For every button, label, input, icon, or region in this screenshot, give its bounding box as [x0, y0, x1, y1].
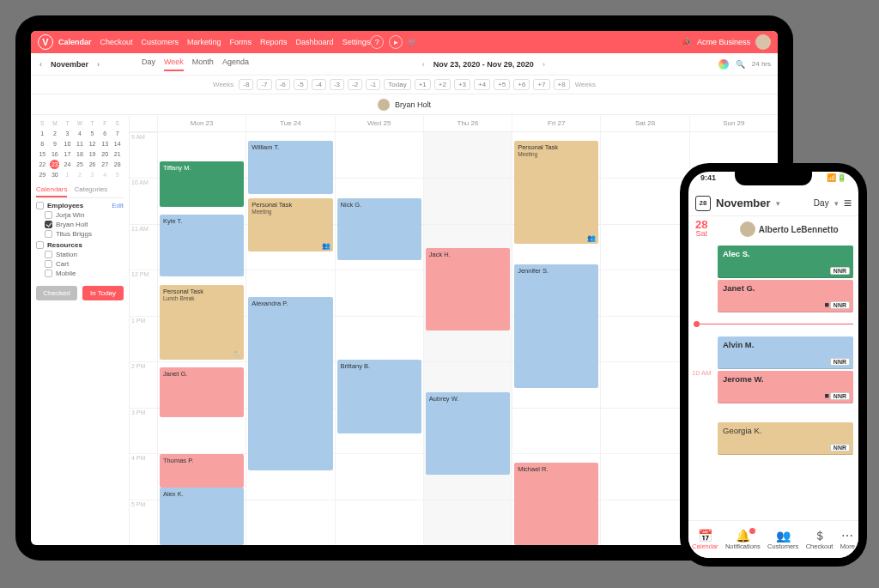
calendar-event[interactable]: Jennifer S.: [514, 264, 598, 388]
nav-dashboard[interactable]: Dashboard: [296, 38, 334, 46]
resource-item[interactable]: Mobile: [45, 270, 124, 277]
minical-day[interactable]: 23: [50, 160, 59, 169]
nav-forms[interactable]: Forms: [230, 38, 252, 46]
employees-checkbox[interactable]: [36, 202, 44, 209]
minical-day[interactable]: 6: [99, 129, 112, 139]
minical-day[interactable]: 13: [99, 139, 112, 149]
week-7[interactable]: -7: [257, 79, 271, 90]
hours-toggle[interactable]: 24 hrs: [752, 60, 771, 68]
view-month[interactable]: Month: [192, 58, 214, 71]
sbtab-calendars[interactable]: Calendars: [36, 185, 67, 197]
month-label[interactable]: November: [51, 60, 88, 69]
app-logo[interactable]: V: [38, 34, 53, 50]
day-column[interactable]: Tiffany M.Kyle T.Personal TaskLunch Brea…: [157, 132, 246, 545]
week-6[interactable]: -6: [276, 79, 290, 90]
phone-event[interactable]: Jerome W.■NNR: [718, 371, 853, 403]
calendar-event[interactable]: Jack H.: [426, 248, 510, 330]
month-prev[interactable]: ‹: [38, 58, 44, 70]
minical-day[interactable]: 2: [49, 129, 62, 139]
calendar-event[interactable]: Kyle T.: [160, 215, 244, 276]
employee-item[interactable]: Bryan Holt: [45, 221, 124, 228]
minical-day[interactable]: 2: [74, 170, 87, 180]
nav-checkout[interactable]: Checkout: [100, 38, 133, 46]
phone-event[interactable]: Alvin M.NNR: [718, 336, 853, 369]
color-filter-icon[interactable]: [718, 59, 729, 70]
phone-event-list[interactable]: 10 AMAlec S.NNRJanet G.■NNRAlvin M.NNRJe…: [688, 242, 858, 520]
calendar-event[interactable]: Janet G.: [160, 367, 244, 417]
week-5[interactable]: -5: [294, 79, 308, 90]
minical-day[interactable]: 16: [49, 149, 62, 160]
nav-settings[interactable]: Settings: [343, 38, 371, 46]
day-column[interactable]: [600, 132, 688, 545]
minical-day[interactable]: 28: [111, 160, 124, 170]
calendar-event[interactable]: Michael R.: [514, 463, 598, 545]
employee-item[interactable]: Jorja Win: [45, 211, 124, 219]
range-prev[interactable]: ‹: [422, 60, 425, 69]
minical-day[interactable]: 8: [36, 139, 49, 149]
play-icon[interactable]: ▸: [389, 35, 403, 49]
calendar-event[interactable]: Alex K.: [160, 488, 244, 545]
calendar-event[interactable]: Personal TaskMeeting👥: [248, 198, 332, 252]
resource-item[interactable]: Station: [45, 251, 124, 258]
view-day[interactable]: Day: [142, 58, 155, 71]
phone-event[interactable]: Georgia K.NNR: [718, 422, 853, 455]
sbtab-categories[interactable]: Categories: [74, 185, 107, 197]
phone-tab-customers[interactable]: 👥Customers: [767, 530, 798, 550]
calendar-event[interactable]: William T.: [248, 141, 332, 195]
calendar-event[interactable]: Aubrey W.: [426, 392, 510, 475]
week+1[interactable]: +1: [415, 79, 431, 90]
minical-day[interactable]: 18: [74, 149, 87, 160]
minical-day[interactable]: 30: [49, 170, 62, 180]
minical-day[interactable]: 20: [99, 149, 112, 160]
range-next[interactable]: ›: [543, 60, 545, 69]
day-column[interactable]: William T.Personal TaskMeeting👥Alexandra…: [246, 132, 334, 545]
resources-checkbox[interactable]: [36, 241, 44, 249]
checked-button[interactable]: Checked: [36, 286, 77, 300]
calendar-event[interactable]: Tiffany M.: [160, 161, 244, 207]
phone-date[interactable]: 28 Sat: [695, 221, 707, 238]
checkbox[interactable]: [45, 221, 52, 228]
week+6[interactable]: +6: [513, 79, 530, 90]
week+4[interactable]: +4: [474, 79, 490, 90]
week-8[interactable]: -8: [239, 79, 253, 90]
employee-item[interactable]: Titus Briggs: [45, 230, 124, 238]
minical-day[interactable]: 26: [86, 160, 99, 170]
search-icon[interactable]: 🔍: [736, 60, 745, 69]
calendar-event[interactable]: Alexandra P.: [248, 297, 332, 470]
minical-day[interactable]: 22: [36, 160, 49, 170]
phone-view[interactable]: Day: [814, 198, 829, 208]
minical-day[interactable]: 15: [36, 149, 49, 160]
phone-month-dropdown-icon[interactable]: ▾: [776, 199, 780, 208]
minical-day[interactable]: 27: [99, 160, 112, 170]
week-2[interactable]: -2: [348, 79, 362, 90]
minical-day[interactable]: 1: [36, 129, 49, 139]
minical-day[interactable]: 10: [61, 139, 74, 149]
checkbox[interactable]: [45, 211, 52, 219]
minical-day[interactable]: 3: [86, 170, 99, 180]
calendar-event[interactable]: Personal TaskLunch Break🍴: [160, 285, 244, 360]
week-1[interactable]: -1: [366, 79, 380, 90]
help-icon[interactable]: ?: [370, 35, 384, 49]
mini-calendar[interactable]: SMTWTFS123456789101112131415161718192021…: [36, 118, 124, 180]
minical-day[interactable]: 5: [111, 170, 124, 180]
week-4[interactable]: -4: [312, 79, 326, 90]
phone-event[interactable]: Alec S.NNR: [718, 246, 853, 278]
nav-calendar[interactable]: Calendar: [58, 38, 92, 46]
day-column[interactable]: Jack H.Aubrey W.: [423, 132, 512, 545]
employees-edit[interactable]: Edit: [112, 202, 124, 209]
minical-day[interactable]: 29: [36, 170, 49, 180]
week+2[interactable]: +2: [434, 79, 451, 90]
calendar-event[interactable]: Nick G.: [337, 198, 421, 260]
minical-day[interactable]: 14: [111, 139, 124, 149]
phone-calendar-icon[interactable]: 28: [695, 196, 711, 211]
minical-day[interactable]: 17: [61, 149, 74, 160]
calendar-event[interactable]: Personal TaskMeeting👥: [514, 141, 598, 244]
minical-day[interactable]: 21: [111, 149, 124, 160]
phone-tab-checkout[interactable]: ＄Checkout: [806, 530, 834, 550]
month-next[interactable]: ›: [95, 58, 101, 70]
minical-day[interactable]: 12: [86, 139, 99, 149]
checkbox[interactable]: [45, 260, 52, 268]
minical-day[interactable]: 4: [99, 170, 112, 180]
minical-day[interactable]: 4: [74, 129, 87, 139]
minical-day[interactable]: 19: [86, 149, 99, 160]
